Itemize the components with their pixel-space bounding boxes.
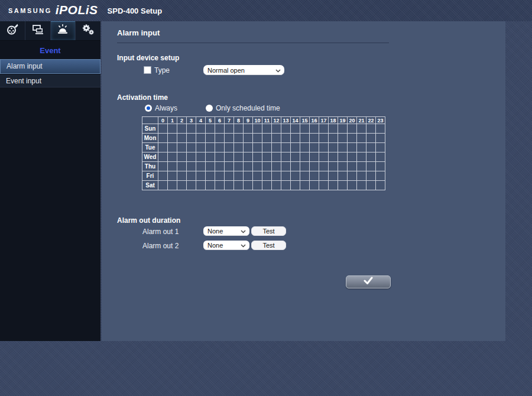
schedule-cell[interactable] [366,143,376,152]
schedule-cell[interactable] [234,152,244,162]
alarm-out-2-test-button[interactable]: Test [251,241,286,250]
schedule-cell[interactable] [253,124,262,134]
schedule-cell[interactable] [234,181,244,190]
schedule-cell[interactable] [225,143,234,152]
schedule-cell[interactable] [253,162,262,171]
schedule-cell[interactable] [168,162,177,171]
schedule-cell[interactable] [348,181,357,190]
schedule-cell[interactable] [272,143,281,152]
schedule-cell[interactable] [357,134,366,143]
schedule-cell[interactable] [357,162,366,171]
tab-system[interactable] [76,21,100,40]
schedule-cell[interactable] [281,124,291,134]
schedule-cell[interactable] [376,152,385,162]
schedule-cell[interactable] [215,171,225,181]
schedule-cell[interactable] [158,162,168,171]
schedule-cell[interactable] [348,143,357,152]
schedule-cell[interactable] [376,162,385,171]
schedule-cell[interactable] [338,181,348,190]
schedule-cell[interactable] [376,134,385,143]
schedule-cell[interactable] [272,171,281,181]
schedule-cell[interactable] [244,171,253,181]
schedule-cell[interactable] [262,124,272,134]
schedule-cell[interactable] [338,171,348,181]
schedule-cell[interactable] [338,162,348,171]
schedule-cell[interactable] [348,134,357,143]
schedule-cell[interactable] [300,134,310,143]
schedule-cell[interactable] [329,181,338,190]
schedule-cell[interactable] [168,181,177,190]
schedule-cell[interactable] [234,171,244,181]
schedule-cell[interactable] [281,162,291,171]
schedule-cell[interactable] [168,124,177,134]
schedule-cell[interactable] [187,124,196,134]
schedule-cell[interactable] [262,181,272,190]
schedule-cell[interactable] [291,124,300,134]
schedule-cell[interactable] [168,143,177,152]
schedule-cell[interactable] [262,152,272,162]
schedule-cell[interactable] [366,134,376,143]
schedule-cell[interactable] [281,171,291,181]
schedule-cell[interactable] [177,134,187,143]
schedule-cell[interactable] [196,162,206,171]
schedule-cell[interactable] [319,152,329,162]
schedule-cell[interactable] [348,171,357,181]
schedule-cell[interactable] [338,143,348,152]
schedule-cell[interactable] [310,162,319,171]
schedule-cell[interactable] [329,134,338,143]
schedule-cell[interactable] [357,171,366,181]
schedule-cell[interactable] [319,134,329,143]
schedule-cell[interactable] [291,181,300,190]
schedule-cell[interactable] [310,134,319,143]
schedule-cell[interactable] [206,134,215,143]
schedule-cell[interactable] [376,124,385,134]
schedule-cell[interactable] [244,134,253,143]
schedule-cell[interactable] [225,152,234,162]
schedule-cell[interactable] [244,143,253,152]
schedule-cell[interactable] [215,143,225,152]
schedule-cell[interactable] [196,124,206,134]
schedule-cell[interactable] [187,181,196,190]
schedule-cell[interactable] [234,124,244,134]
schedule-cell[interactable] [206,143,215,152]
schedule-cell[interactable] [262,134,272,143]
sidebar-item-alarm-input[interactable]: Alarm input [0,59,100,74]
schedule-cell[interactable] [366,162,376,171]
alarm-out-1-select[interactable]: None [203,226,249,236]
sidebar-item-event-input[interactable]: Event input [0,74,100,87]
schedule-cell[interactable] [253,134,262,143]
schedule-cell[interactable] [225,124,234,134]
schedule-cell[interactable] [177,124,187,134]
schedule-cell[interactable] [158,124,168,134]
schedule-cell[interactable] [310,181,319,190]
schedule-cell[interactable] [158,181,168,190]
schedule-cell[interactable] [225,171,234,181]
schedule-cell[interactable] [329,143,338,152]
schedule-cell[interactable] [187,171,196,181]
schedule-cell[interactable] [348,152,357,162]
schedule-cell[interactable] [187,143,196,152]
schedule-cell[interactable] [291,134,300,143]
schedule-cell[interactable] [329,171,338,181]
schedule-cell[interactable] [244,124,253,134]
schedule-cell[interactable] [253,181,262,190]
schedule-cell[interactable] [206,181,215,190]
schedule-cell[interactable] [215,152,225,162]
schedule-cell[interactable] [366,181,376,190]
schedule-cell[interactable] [272,152,281,162]
schedule-cell[interactable] [376,171,385,181]
schedule-cell[interactable] [215,162,225,171]
schedule-cell[interactable] [357,143,366,152]
schedule-cell[interactable] [300,124,310,134]
schedule-cell[interactable] [319,162,329,171]
schedule-cell[interactable] [196,181,206,190]
schedule-cell[interactable] [376,143,385,152]
schedule-cell[interactable] [187,134,196,143]
schedule-cell[interactable] [272,124,281,134]
schedule-cell[interactable] [272,181,281,190]
schedule-cell[interactable] [177,181,187,190]
schedule-cell[interactable] [272,134,281,143]
only-scheduled-time-radio[interactable] [206,105,213,112]
schedule-cell[interactable] [244,152,253,162]
schedule-cell[interactable] [281,152,291,162]
